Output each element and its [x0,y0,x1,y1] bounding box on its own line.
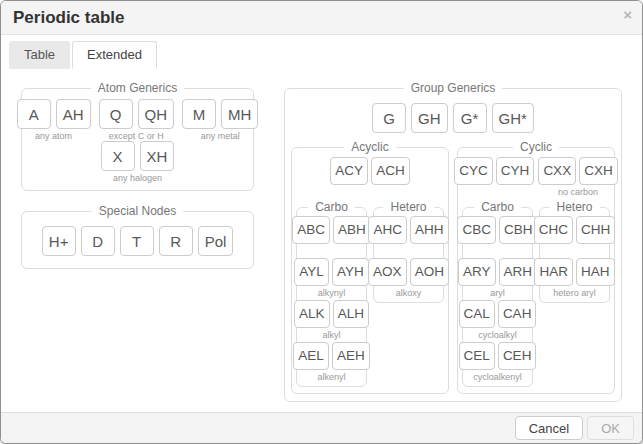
button-aoh[interactable]: AOH [410,258,449,286]
pair-no-carbon: CXX CXH no carbon [538,157,617,197]
pair-aryl: ARY ARH aryl [458,258,537,298]
button-t[interactable]: T [120,226,154,256]
acyclic-subcolumns: Carbo ABC ABH [296,200,444,387]
button-ahc[interactable]: AHC [368,216,407,244]
button-gh-star[interactable]: GH* [492,103,534,133]
pair-except-c-or-h: Q QH except C or H [99,99,175,141]
button-x[interactable]: X [101,141,135,171]
button-d[interactable]: D [81,226,115,256]
button-chc[interactable]: CHC [534,216,573,244]
pair-alkynyl: AYL AYH alkynyl [294,258,368,298]
button-ary[interactable]: ARY [458,258,496,286]
button-aox[interactable]: AOX [368,258,407,286]
button-alh[interactable]: ALH [333,300,369,328]
button-pol[interactable]: Pol [198,226,234,256]
button-har[interactable]: HAR [534,258,573,286]
group-generics-columns: Acyclic ACY ACH [291,140,615,394]
pair-ahc: AHC AHH [368,216,448,256]
button-alk[interactable]: ALK [294,300,330,328]
pair-label-hetero-aryl: hetero aryl [553,288,596,298]
acyclic-carbo-legend: Carbo [308,200,355,214]
cyclic-top-row: CYC CYH CXX CXH no carbon [462,157,610,197]
acyclic-carbo-fieldset: Carbo ABC ABH [296,200,367,387]
button-cel[interactable]: CEL [459,342,495,370]
atom-generics-row-1: A AH any atom Q QH except C or H [28,99,247,141]
tab-extended[interactable]: Extended [72,41,157,69]
button-cal[interactable]: CAL [459,300,495,328]
button-cyh[interactable]: CYH [496,157,535,185]
close-icon[interactable]: × [623,6,632,23]
button-ach[interactable]: ACH [371,157,410,185]
pair-alkyl: ALK ALH alkyl [294,300,369,340]
pair-label-alkenyl: alkenyl [318,372,346,382]
pair-alkenyl: AEL AEH alkenyl [293,342,369,382]
atom-generics-row-2: X XH any halogen [28,141,247,183]
periodic-table-dialog: Periodic table × Table Extended Atom Gen… [0,0,643,444]
button-ayh[interactable]: AYH [332,258,369,286]
button-abh[interactable]: ABH [333,216,371,244]
pair-alkoxy: AOX AOH alkoxy [368,258,449,298]
button-cyc[interactable]: CYC [454,157,493,185]
button-cbh[interactable]: CBH [499,216,538,244]
button-ceh[interactable]: CEH [498,342,537,370]
button-ah[interactable]: AH [56,99,91,129]
cyclic-legend: Cyclic [513,140,559,154]
pair-cycloalkenyl: CEL CEH cycloalkenyl [459,342,537,382]
button-gh[interactable]: GH [411,103,448,133]
cyclic-hetero-legend: Hetero [549,200,599,214]
pair-cbc: CBC CBH [457,216,537,256]
button-g-star[interactable]: G* [453,103,487,133]
button-mh[interactable]: MH [221,99,258,129]
button-cbc[interactable]: CBC [457,216,496,244]
cyclic-fieldset: Cyclic CYC CYH CXX [457,140,615,394]
pair-cycloalkyl: CAL CAH cycloalkyl [459,300,537,340]
button-hah[interactable]: HAH [576,258,615,286]
pair-label-any-metal: any metal [201,131,240,141]
button-ayl[interactable]: AYL [294,258,329,286]
cyclic-carbo-legend: Carbo [474,200,521,214]
pair-abc: ABC ABH [292,216,371,256]
pair-any-metal: M MH any metal [182,99,258,141]
pair-label-alkynyl: alkynyl [318,288,346,298]
button-g[interactable]: G [372,103,406,133]
dialog-header: Periodic table × [1,1,642,35]
button-abc[interactable]: ABC [292,216,330,244]
button-cxx[interactable]: CXX [538,157,576,185]
button-acy[interactable]: ACY [330,157,368,185]
button-cxh[interactable]: CXH [579,157,618,185]
pair-label-except-c-or-h: except C or H [109,131,164,141]
dialog-footer: Cancel OK [1,412,642,443]
left-column: Atom Generics A AH any atom Q QH [21,81,254,269]
button-r[interactable]: R [159,226,193,256]
ok-button[interactable]: OK [587,416,634,440]
cancel-button[interactable]: Cancel [515,416,583,440]
pair-acy: ACY ACH [330,157,409,197]
right-column: Group Generics G GH G* GH* Acyclic ACY [284,81,622,402]
button-aeh[interactable]: AEH [332,342,370,370]
pair-label-alkoxy: alkoxy [396,288,422,298]
pair-label-cycloalkenyl: cycloalkenyl [473,372,522,382]
tab-table[interactable]: Table [9,41,70,69]
pair-cyc: CYC CYH [454,157,534,197]
button-m[interactable]: M [182,99,216,129]
button-q[interactable]: Q [99,99,133,129]
cyclic-hetero-stack: CHC CHH HAR HAH [543,216,606,298]
button-chh[interactable]: CHH [576,216,615,244]
cyclic-carbo-stack: CBC CBH ARY ARH [466,216,529,382]
group-generics-row: G GH G* GH* [291,103,615,133]
button-h-plus[interactable]: H+ [42,226,76,256]
button-qh[interactable]: QH [138,99,175,129]
button-a[interactable]: A [17,99,51,129]
cyclic-hetero-fieldset: Hetero CHC CHH [539,200,610,303]
button-ahh[interactable]: AHH [410,216,449,244]
special-nodes-row: H+ D T R Pol [28,222,247,261]
button-xh[interactable]: XH [140,141,175,171]
tab-bar: Table Extended [1,35,642,69]
pair-label-aryl: aryl [490,288,505,298]
button-arh[interactable]: ARH [499,258,538,286]
button-ael[interactable]: AEL [293,342,329,370]
group-generics-fieldset: Group Generics G GH G* GH* Acyclic ACY [284,81,622,402]
acyclic-hetero-fieldset: Hetero AHC AHH [373,200,444,303]
button-cah[interactable]: CAH [498,300,537,328]
pair-label-any-atom: any atom [35,131,72,141]
